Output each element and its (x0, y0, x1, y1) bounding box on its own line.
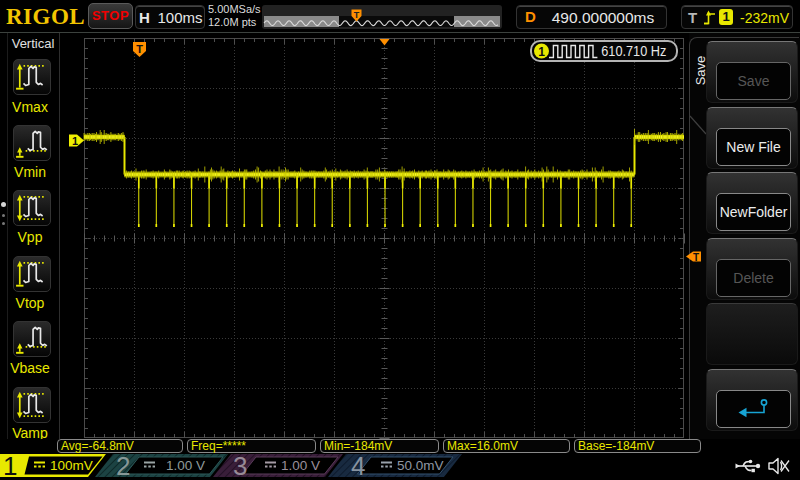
svg-text:T: T (136, 43, 143, 55)
svg-text:610.710 Hz: 610.710 Hz (601, 42, 666, 59)
svg-text:T: T (354, 10, 360, 20)
svg-text:1: 1 (72, 135, 78, 147)
svg-text:1: 1 (538, 45, 545, 59)
svg-text:T: T (693, 252, 699, 263)
